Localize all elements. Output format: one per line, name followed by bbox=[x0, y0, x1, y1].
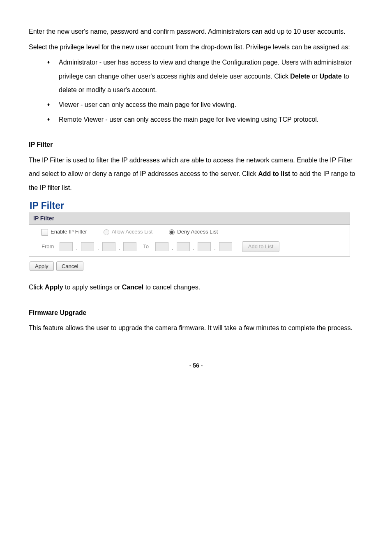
enable-ip-filter-option[interactable]: Enable IP Filter bbox=[42, 228, 87, 236]
bullet-admin-or: or bbox=[310, 73, 319, 80]
checkbox-icon bbox=[42, 229, 48, 236]
heading-ip-filter: IP Filter bbox=[29, 138, 363, 152]
bold-cancel: Cancel bbox=[122, 284, 143, 291]
ipfilter-widget-title: IP Filter bbox=[30, 200, 363, 212]
bullet-viewer: Viewer - user can only access the main p… bbox=[47, 98, 363, 112]
radio-icon-selected bbox=[169, 229, 175, 235]
from-octet-4[interactable] bbox=[123, 242, 136, 251]
enable-ip-filter-label: Enable IP Filter bbox=[51, 229, 87, 235]
bullet-remote-viewer: Remote Viewer - user can only access the… bbox=[47, 113, 363, 127]
ipfilter-panel: IP Filter Enable IP Filter Allow Access … bbox=[29, 213, 350, 257]
to-octet-3[interactable] bbox=[198, 242, 211, 251]
para-ipfilter-desc: The IP Filter is used to filter the IP a… bbox=[29, 153, 363, 195]
ipfilter-row-options: Enable IP Filter Allow Access List Deny … bbox=[29, 225, 350, 239]
ipfilter-footer-a: Click bbox=[29, 284, 45, 291]
page-number: - 56 - bbox=[29, 360, 363, 372]
to-octet-4[interactable] bbox=[219, 242, 232, 251]
allow-access-label: Allow Access List bbox=[112, 229, 153, 235]
allow-access-option[interactable]: Allow Access List bbox=[104, 228, 153, 236]
privilege-bullets: Administrator - user has access to view … bbox=[29, 56, 363, 126]
bold-apply: Apply bbox=[45, 284, 63, 291]
bullet-administrator: Administrator - user has access to view … bbox=[47, 56, 363, 97]
from-octet-3[interactable] bbox=[102, 242, 115, 251]
ipfilter-footer-mid: to apply settings or bbox=[63, 284, 122, 291]
heading-firmware-upgrade: Firmware Upgrade bbox=[29, 306, 363, 320]
ipfilter-button-row: Apply Cancel bbox=[30, 259, 363, 273]
dot-icon: . bbox=[97, 245, 100, 252]
dot-icon: . bbox=[171, 245, 174, 252]
to-octet-2[interactable] bbox=[177, 242, 190, 251]
dot-icon: . bbox=[75, 245, 78, 252]
ipfilter-footer-b: to cancel changes. bbox=[143, 284, 200, 291]
deny-access-option[interactable]: Deny Access List bbox=[169, 228, 218, 236]
apply-button[interactable]: Apply bbox=[30, 261, 54, 271]
to-label: To bbox=[139, 243, 153, 250]
from-octet-2[interactable] bbox=[81, 242, 94, 251]
dot-icon: . bbox=[192, 245, 196, 252]
para-firmware-desc: This feature allows the user to upgrade … bbox=[29, 321, 363, 335]
deny-access-label: Deny Access List bbox=[177, 229, 218, 235]
add-to-list-button[interactable]: Add to List bbox=[242, 241, 279, 252]
bold-delete: Delete bbox=[290, 73, 310, 80]
dot-icon: . bbox=[118, 245, 121, 252]
dot-icon: . bbox=[213, 245, 217, 252]
bold-add-to-list: Add to list bbox=[258, 170, 290, 177]
para-intro-1: Enter the new user's name, password and … bbox=[29, 25, 363, 39]
para-intro-2: Select the privilege level for the new u… bbox=[29, 40, 363, 54]
to-octet-1[interactable] bbox=[155, 242, 168, 251]
para-ipfilter-footer: Click Apply to apply settings or Cancel … bbox=[29, 280, 363, 294]
radio-icon bbox=[104, 229, 109, 235]
ipfilter-panel-header: IP Filter bbox=[29, 213, 350, 225]
from-label: From bbox=[42, 243, 57, 250]
bold-update: Update bbox=[320, 73, 342, 80]
ipfilter-row-range: From . . . To . . . Add to List bbox=[29, 239, 350, 256]
from-octet-1[interactable] bbox=[60, 242, 73, 251]
cancel-button[interactable]: Cancel bbox=[56, 261, 83, 271]
